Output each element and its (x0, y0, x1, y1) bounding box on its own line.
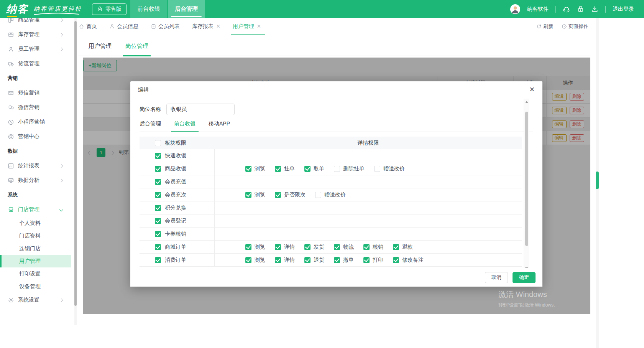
confirm-button[interactable]: 确定 (513, 272, 536, 283)
detail-checkbox[interactable] (245, 244, 251, 250)
close-tab-icon[interactable]: ✕ (257, 23, 261, 29)
detail-checkbox[interactable] (275, 244, 281, 250)
sidebar-item-marketing-center[interactable]: 营销中心 (0, 129, 71, 144)
detail-checkbox[interactable] (245, 192, 251, 198)
module-checkbox[interactable] (155, 205, 161, 211)
tab-home[interactable]: 首页 (79, 18, 97, 35)
page-scrollbar-thumb[interactable] (596, 172, 599, 189)
module-checkbox[interactable] (155, 192, 161, 198)
sidebar-item-chain-stores[interactable]: 连锁门店 (0, 242, 71, 255)
detail-checkbox[interactable] (363, 257, 370, 263)
detail-checkbox[interactable] (334, 166, 340, 172)
page-operations-button[interactable]: 页面操作 (562, 23, 588, 30)
content-tab-position-management[interactable]: 岗位管理 (125, 37, 148, 56)
detail-label: 取单 (314, 165, 324, 172)
detail-checkbox[interactable] (315, 192, 321, 198)
sidebar-item-staff-management[interactable]: 员工管理 (0, 42, 71, 56)
detail-checkbox[interactable] (275, 192, 281, 198)
sidebar-item-wechat-marketing[interactable]: 微信营销 (0, 100, 71, 115)
sidebar-scrollbar-thumb[interactable] (74, 21, 77, 306)
select-all-checkbox[interactable] (155, 140, 161, 146)
detail-cell: 浏览详情退货撤单打印修改备注 (215, 254, 522, 266)
avatar[interactable] (510, 4, 520, 14)
detail-checkbox[interactable] (363, 244, 370, 250)
sidebar-item-label: 货流管理 (18, 60, 39, 67)
headset-icon[interactable] (563, 5, 570, 13)
detail-checkbox[interactable] (304, 257, 310, 263)
scroll-up-arrow[interactable] (525, 101, 528, 103)
logo-text: 纳客 (6, 3, 28, 15)
detail-checkbox[interactable] (304, 166, 310, 172)
module-checkbox[interactable] (155, 231, 161, 237)
close-icon[interactable]: ✕ (529, 86, 535, 93)
detail-checkbox[interactable] (304, 244, 310, 250)
detail-checkbox[interactable] (275, 257, 281, 263)
detail-option-print: 打印 (363, 257, 383, 264)
sidebar-scrollbar[interactable] (74, 18, 77, 325)
tab-member-list[interactable]: 会员列表 (151, 18, 180, 35)
cancel-button[interactable]: 取消 (485, 272, 508, 283)
edition-badge-button[interactable]: 零售版 (92, 3, 127, 15)
permission-row-coupon-verification: 卡券核销 (140, 228, 522, 241)
detail-checkbox[interactable] (393, 244, 399, 250)
top-bar: 纳客 纳客管店更轻松 零售版 前台收银后台管理 纳客软件 退出登录 (0, 0, 644, 18)
lock-icon[interactable] (577, 5, 584, 13)
modal-tab-mobile-app[interactable]: 移动APP (209, 118, 230, 132)
top-nav-cashier-front[interactable]: 前台收银 (130, 0, 167, 18)
sidebar-item-goods-management[interactable]: 商品管理 (0, 18, 71, 27)
module-cell: 快速收银 (140, 149, 215, 162)
analysis-icon (8, 177, 14, 184)
chevron-right-icon (59, 47, 63, 51)
sidebar-item-personal-profile[interactable]: 个人资料 (0, 217, 71, 229)
modal-scrollbar[interactable] (524, 99, 529, 272)
sidebar-item-print-settings[interactable]: 打印设置 (0, 267, 71, 280)
sidebar-item-device-management[interactable]: 设备管理 (0, 280, 71, 293)
sidebar-item-sms-marketing[interactable]: 短信营销 (0, 86, 71, 100)
detail-option-detail: 详情 (275, 257, 295, 264)
inventory-icon (8, 31, 14, 38)
user-name[interactable]: 纳客软件 (527, 6, 549, 13)
sidebar-item-store-management[interactable]: 门店管理 (0, 202, 71, 217)
detail-checkbox[interactable] (334, 244, 340, 250)
sidebar-item-inventory-management[interactable]: 库存管理 (0, 27, 71, 42)
sidebar-item-data-analysis[interactable]: 数据分析 (0, 173, 71, 188)
tab-inventory-report[interactable]: 库存报表✕ (192, 18, 220, 35)
detail-checkbox[interactable] (393, 257, 399, 263)
modal-scrollbar-thumb[interactable] (525, 112, 528, 246)
detail-label: 打印 (373, 257, 383, 264)
tab-label: 用户管理 (233, 23, 254, 30)
detail-checkbox[interactable] (334, 257, 340, 263)
close-tab-icon[interactable]: ✕ (216, 23, 220, 29)
top-nav-backend-admin[interactable]: 后台管理 (168, 0, 205, 18)
module-checkbox[interactable] (155, 257, 161, 263)
detail-label: 浏览 (255, 165, 265, 172)
sidebar-item-miniprogram-marketing[interactable]: 小程序营销 (0, 115, 71, 129)
download-icon[interactable] (591, 5, 598, 13)
tab-label: 首页 (86, 23, 97, 30)
module-cell: 消费订单 (140, 254, 215, 266)
module-checkbox[interactable] (155, 153, 161, 159)
module-checkbox[interactable] (155, 218, 161, 224)
detail-checkbox[interactable] (245, 257, 251, 263)
tab-member-info[interactable]: 会员信息 (109, 18, 138, 35)
content-tab-user-management[interactable]: 用户管理 (89, 37, 112, 56)
module-checkbox[interactable] (155, 179, 161, 185)
page-scrollbar[interactable] (596, 18, 599, 348)
module-checkbox[interactable] (155, 244, 161, 250)
sidebar-item-user-management[interactable]: 用户管理 (0, 255, 71, 267)
sidebar-item-logistics-management[interactable]: 货流管理 (0, 56, 71, 71)
modal-tab-cashier-front[interactable]: 前台收银 (174, 118, 196, 132)
position-name-input[interactable] (166, 104, 235, 115)
detail-checkbox[interactable] (245, 166, 251, 172)
modal-tab-backend-admin[interactable]: 后台管理 (140, 118, 161, 132)
detail-checkbox[interactable] (275, 166, 281, 172)
logout-button[interactable]: 退出登录 (613, 6, 634, 13)
sidebar-item-store-profile[interactable]: 门店资料 (0, 229, 71, 242)
detail-checkbox[interactable] (374, 166, 380, 172)
sidebar-item-stats-report[interactable]: 统计报表 (0, 158, 71, 173)
sidebar-item-system-settings[interactable]: 系统设置 (0, 293, 71, 307)
tab-user-management[interactable]: 用户管理✕ (233, 18, 261, 35)
refresh-button[interactable]: 刷新 (536, 23, 553, 30)
sidebar-item-label: 统计报表 (18, 162, 39, 169)
module-checkbox[interactable] (155, 166, 161, 172)
